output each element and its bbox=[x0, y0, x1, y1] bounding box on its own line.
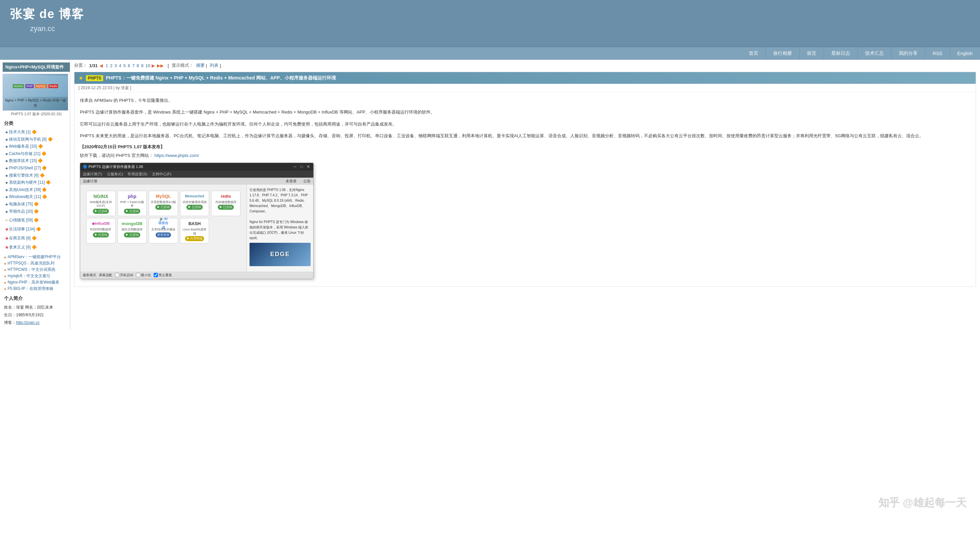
cat-mobile[interactable]: 移动互联网与手机 [8] 🔶 bbox=[9, 137, 53, 141]
nodup-check[interactable] bbox=[154, 273, 158, 277]
link-f5[interactable]: F5 BIG-IP：在线管理体验 bbox=[8, 286, 53, 292]
profile-name: 姓名：张宴 网名：回忆未来 bbox=[3, 303, 70, 311]
pagination-end[interactable]: ▶▶ bbox=[157, 63, 164, 68]
article-title-link[interactable]: PHPTS：一键免费搭建 Nginx + PHP + MySQL + Redis… bbox=[106, 75, 336, 81]
ai-status[interactable]: 影音支持 bbox=[156, 232, 171, 237]
php-desc: PHP + FastCGI服务 bbox=[119, 200, 145, 208]
page-3[interactable]: 3 bbox=[115, 63, 117, 68]
link-httpcws[interactable]: HTTPCWS：中文分词系统 bbox=[8, 267, 56, 273]
app-ai[interactable]: 🔊 AI语音合成 文本转语音并播放 影音支持 bbox=[149, 218, 178, 243]
minimize-check[interactable] bbox=[136, 273, 140, 277]
page-8[interactable]: 8 bbox=[137, 63, 139, 68]
influxdb-icon: ◆InfluxDB bbox=[95, 221, 106, 227]
cat-mood[interactable]: 心情随笔 [59] 🔶 bbox=[9, 218, 39, 222]
influxdb-status[interactable]: ▶ 已启动 bbox=[93, 232, 109, 237]
mode-summary[interactable]: 摘要 bbox=[196, 62, 205, 68]
nav-english[interactable]: English bbox=[950, 48, 980, 59]
cat-php[interactable]: PHP/JS/Shell [27] 🔶 bbox=[9, 166, 47, 170]
win-minimize[interactable]: ─ bbox=[293, 164, 297, 169]
nav-tech[interactable]: 技术汇总 bbox=[858, 47, 891, 60]
special-list: 心情随笔 [59] 🔶 ◆生活琐事 [134] 🔶 ◆在商言商 [8] 🔶 ◆拿… bbox=[3, 216, 70, 251]
php-status[interactable]: ▶ 已启动 bbox=[124, 209, 140, 214]
nodup-label: 禁止重复 bbox=[159, 273, 172, 278]
checkbox-nodup[interactable]: 禁止重复 bbox=[154, 273, 172, 278]
cat-tech[interactable]: 技术大类 [1] 🔶 bbox=[9, 130, 37, 134]
download-url[interactable]: https://www.phpts.com/ bbox=[154, 153, 199, 158]
cat-search[interactable]: 搜索引擎技术 [6] 🔶 bbox=[9, 173, 45, 178]
cat-arch[interactable]: 系统架构与硬件 [11] 🔶 bbox=[9, 180, 51, 185]
cat-windows[interactable]: Windows相关 [11] 🔶 bbox=[9, 194, 47, 199]
memcached-icon: Memcached bbox=[189, 193, 200, 200]
nav-album[interactable]: 旅行相册 bbox=[765, 47, 799, 60]
app-mysql[interactable]: MySQL 关系型数据库8.0版 ▶ 已启动 bbox=[149, 191, 178, 216]
cat-cache[interactable]: Cache与存储 [21] 🔶 bbox=[9, 151, 46, 156]
menu-edge[interactable]: 边缘计算(T) bbox=[83, 172, 102, 177]
header: 张宴 de 博客 zyan.cc bbox=[0, 0, 980, 47]
page-7[interactable]: 7 bbox=[132, 63, 135, 68]
app-memcached[interactable]: Memcached 内存对象缓存系统 ▶ 已启动 bbox=[180, 191, 209, 216]
page-6[interactable]: 6 bbox=[127, 63, 130, 68]
categories-list: 技术大类 [1] 🔶 移动互联网与手机 [8] 🔶 Web服务器 [33] 🔶 … bbox=[3, 129, 70, 215]
mode-list[interactable]: 列表 bbox=[210, 62, 218, 68]
nav-rss[interactable]: RSS bbox=[925, 48, 950, 59]
link-apmserv[interactable]: APMServ：一键搭建PHP平台 bbox=[8, 254, 61, 260]
pagination-arrow-prev[interactable]: ◀ bbox=[100, 63, 103, 68]
nav-guestbook[interactable]: 留言 bbox=[799, 47, 824, 60]
autostart-check[interactable] bbox=[115, 273, 119, 277]
cat-biz[interactable]: 在商言商 [8] 🔶 bbox=[9, 236, 37, 240]
app-nginx[interactable]: NGINX Web服务器(支持IOCP) ▶ 已启动 bbox=[86, 191, 116, 216]
app-notice-content: 它使用的是 PHPTS 1.06，支持Nginx 1.17.8、PHP 7.4.… bbox=[250, 187, 311, 241]
app-influxdb[interactable]: ◆InfluxDB 时间序列数据库 ▶ 已启动 bbox=[86, 218, 116, 243]
sidebar: Nginx+PHP+MySQL环境套件 NGINX PHP MySQL Redi… bbox=[0, 60, 70, 329]
page-10[interactable]: 10 bbox=[145, 63, 150, 68]
cat-web[interactable]: Web服务器 [33] 🔶 bbox=[9, 144, 43, 149]
cat-life[interactable]: 生活琐事 [134] 🔶 bbox=[9, 227, 41, 232]
menu-docs[interactable]: 文档中心(F) bbox=[152, 172, 171, 177]
link-httpsqs[interactable]: HTTPSQS：高速消息队列 bbox=[8, 261, 55, 266]
app-php[interactable]: php PHP + FastCGI服务 ▶ 已启动 bbox=[118, 191, 147, 216]
link-mysqlcft[interactable]: mysqlcft：中文全文索引 bbox=[8, 273, 51, 279]
page-1[interactable]: 1 bbox=[105, 63, 108, 68]
pagination: 分页： 1/31 ◀ 1 2 3 4 5 6 7 8 9 10 ▶ ▶▶ [ 显… bbox=[74, 62, 976, 68]
nginx-status[interactable]: ▶ 已启动 bbox=[93, 209, 109, 214]
app-redis[interactable]: redis 内存键值数据库 ▶ 已启动 bbox=[211, 191, 240, 216]
mongodb-status[interactable]: ▶ 已启动 bbox=[124, 232, 140, 237]
checkbox-autostart[interactable]: 开机启动 bbox=[115, 273, 133, 278]
page-9[interactable]: 9 bbox=[141, 63, 143, 68]
mysql-status[interactable]: ▶ 已启动 bbox=[155, 205, 172, 210]
minimize-label: 最小化 bbox=[141, 273, 151, 278]
menu-settings[interactable]: 常用设置(S) bbox=[127, 172, 147, 177]
nav-share[interactable]: 我的分享 bbox=[891, 47, 925, 60]
win-restore[interactable]: □ bbox=[299, 164, 304, 169]
pagination-arrow-next[interactable]: ▶ bbox=[152, 63, 155, 68]
bash-status[interactable]: ▶ 打开终端 bbox=[185, 236, 204, 241]
cat-db[interactable]: 数据库技术 [15] 🔶 bbox=[9, 158, 43, 163]
app-bash[interactable]: BASH Linux Bash仿真终端 ▶ 打开终端 bbox=[180, 218, 209, 243]
mode-screen: 屏幕适配 bbox=[99, 273, 112, 278]
sidebar-featured-image[interactable]: NGINX PHP MySQL Redis Nginx + PHP + MySQ… bbox=[3, 74, 68, 111]
memcached-status[interactable]: ▶ 已启动 bbox=[186, 205, 203, 210]
nav-starred[interactable]: 星标日志 bbox=[824, 47, 858, 60]
pagination-current: 分页： bbox=[74, 62, 87, 68]
nav-home[interactable]: 首页 bbox=[741, 47, 765, 60]
cat-quote[interactable]: 拿来主义 [6] 🔶 bbox=[9, 245, 37, 249]
page-4[interactable]: 4 bbox=[119, 63, 121, 68]
cat-computer[interactable]: 电脑杂谈 [75] 🔶 bbox=[9, 202, 39, 207]
profile-birthday: 生日：1985年5月19日 bbox=[3, 311, 70, 319]
cat-unix[interactable]: 其他Unix技术 [39] 🔶 bbox=[9, 187, 47, 192]
cat-early[interactable]: 早期作品 [20] 🔶 bbox=[9, 209, 39, 214]
menu-cloud[interactable]: 云服务(C) bbox=[107, 172, 123, 177]
page-5[interactable]: 5 bbox=[123, 63, 126, 68]
app-grid-container: NGINX Web服务器(支持IOCP) ▶ 已启动 php PHP + Fas… bbox=[80, 185, 247, 272]
page-2[interactable]: 2 bbox=[110, 63, 113, 68]
link-nginx-php[interactable]: Nginx-PHP：高并发Web服务 bbox=[8, 280, 60, 285]
win-close[interactable]: ✕ bbox=[306, 164, 311, 169]
redis-status[interactable]: ▶ 已启动 bbox=[218, 205, 234, 210]
checkbox-minimize[interactable]: 最小化 bbox=[136, 273, 151, 278]
profile-blog: 博客：http://zyan.cc bbox=[3, 319, 70, 327]
nginx-desc: Web服务器(支持IOCP) bbox=[88, 200, 114, 208]
php-icon: php bbox=[127, 193, 137, 200]
redis-desc: 内存键值数据库 bbox=[215, 200, 237, 204]
app-left-section: 边缘计算 bbox=[83, 179, 97, 184]
app-mongodb[interactable]: mongoDB 面向文档数据库 ▶ 已启动 bbox=[118, 218, 147, 243]
